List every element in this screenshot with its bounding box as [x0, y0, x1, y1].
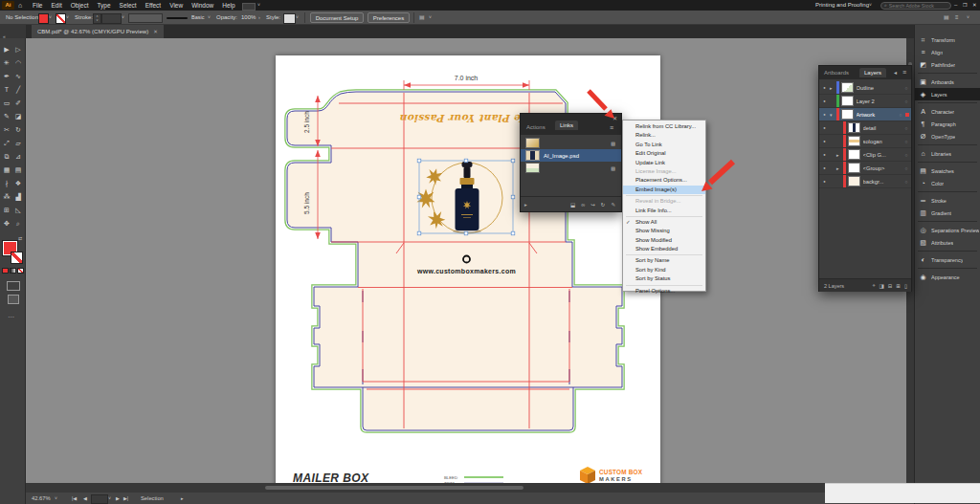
rotate-tool[interactable]: ↻ — [12, 123, 24, 137]
restore-button[interactable]: ❐ — [963, 0, 967, 11]
chevron-down-icon[interactable]: ˅ — [429, 11, 432, 25]
stepper-up-icon[interactable]: ˄ — [96, 14, 98, 18]
mesh-tool[interactable]: ▦ — [1, 164, 12, 177]
menu-item-panel-options[interactable]: Panel Options... — [623, 287, 705, 296]
menu-item-sort-by-kind[interactable]: Sort by Kind — [623, 266, 705, 274]
close-tab-icon[interactable]: ✕ — [153, 29, 158, 34]
menu-edit[interactable]: Edit — [51, 0, 61, 11]
layer-row-clip-group[interactable]: ● ▸ <Clip G... ○ — [819, 148, 911, 162]
first-artboard-icon[interactable]: |◀ — [72, 493, 77, 504]
tab-artboards[interactable]: Artboards — [824, 70, 849, 76]
target-circle-icon[interactable]: ○ — [902, 152, 911, 158]
curvature-tool[interactable]: ∿ — [12, 70, 24, 83]
expand-caret-icon[interactable]: ▸ — [830, 85, 836, 91]
menu-item-edit-original[interactable]: Edit Original — [623, 149, 705, 158]
swap-fill-stroke-icon[interactable]: ⇄ — [18, 235, 22, 241]
more-options-icon[interactable]: ≡ — [955, 11, 959, 25]
dock-item-paragraph[interactable]: ¶Paragraph — [915, 118, 980, 130]
chevron-down-icon[interactable]: ˅ — [66, 11, 69, 25]
menu-select[interactable]: Select — [120, 0, 137, 11]
chevron-down-icon[interactable]: ˅ — [296, 11, 299, 25]
layer-row-layer2[interactable]: ● Layer 2 ○ — [819, 95, 911, 108]
status-menu-icon[interactable]: ▸ — [181, 493, 184, 504]
perspective-grid-tool[interactable]: ⊿ — [12, 150, 24, 164]
column-graph-tool[interactable]: ▟ — [12, 190, 24, 204]
close-button[interactable]: ✕ — [972, 0, 977, 11]
stroke-color-swatch[interactable] — [56, 13, 66, 24]
direct-selection-tool[interactable]: ▷ — [12, 43, 24, 56]
close-panel-icon[interactable]: ✕ — [612, 115, 617, 121]
eyedropper-tool[interactable]: ∤ — [1, 177, 12, 190]
panel-menu-icon[interactable]: ≡ — [610, 124, 613, 131]
type-tool[interactable]: T — [1, 83, 12, 97]
home-icon[interactable]: ⌂ — [18, 0, 22, 11]
dock-item-separations-preview[interactable]: ◎Separations Preview — [915, 224, 980, 236]
menu-item-relink[interactable]: Relink... — [623, 131, 705, 140]
pencil-tool[interactable]: ✎ — [1, 110, 12, 123]
pen-tool[interactable]: ✒ — [1, 70, 12, 83]
visibility-eye-icon[interactable]: ● — [819, 125, 830, 130]
gradient-mode-button[interactable] — [10, 268, 16, 274]
panel-arrange-icon[interactable]: ▤ — [944, 11, 949, 25]
stroke-swatch[interactable] — [11, 252, 23, 264]
style-swatch[interactable] — [283, 13, 296, 24]
free-transform-tool[interactable]: ▱ — [12, 137, 24, 150]
stroke-weight-value[interactable] — [101, 13, 122, 24]
gradient-tool[interactable]: ▤ — [12, 164, 24, 177]
chevron-down-icon[interactable]: ˅ — [49, 11, 52, 25]
dock-item-opentype[interactable]: ØOpenType — [915, 130, 980, 142]
delete-layer-icon[interactable]: ▯ — [904, 283, 907, 289]
dock-item-transform[interactable]: ⌗Transform — [915, 33, 980, 46]
chevron-down-icon[interactable]: ˅ — [108, 493, 111, 504]
menu-item-show-embedded[interactable]: Show Embedded — [623, 245, 705, 253]
stroke-weight-stepper[interactable]: ˄˅ — [93, 13, 101, 24]
dock-item-layers[interactable]: ◈Layers — [915, 88, 980, 100]
scale-tool[interactable]: ⤢ — [1, 137, 12, 150]
new-layer-icon[interactable]: ⊞ — [896, 283, 901, 289]
visibility-eye-icon[interactable]: ● — [819, 85, 830, 90]
scissors-tool[interactable]: ✂ — [1, 123, 12, 137]
paintbrush-tool[interactable]: ✐ — [12, 97, 24, 110]
width-profile-dropdown[interactable] — [128, 13, 163, 23]
shape-builder-tool[interactable]: ⧉ — [1, 150, 12, 164]
menu-item-show-all[interactable]: ✓Show All — [623, 218, 705, 227]
zoom-level[interactable]: 42.67% — [32, 493, 51, 504]
target-circle-icon[interactable]: ○ — [902, 85, 911, 91]
menu-file[interactable]: File — [33, 0, 42, 11]
expand-caret-icon[interactable]: ▸ — [836, 165, 843, 171]
document-tab[interactable]: CBM.pdf* @ 42.67% (CMYK/GPU Preview) ✕ — [32, 25, 164, 38]
chevron-down-icon[interactable]: ˅ — [122, 11, 124, 25]
menu-item-show-modified[interactable]: Show Modified — [623, 236, 705, 245]
visibility-eye-icon[interactable]: ● — [819, 112, 830, 117]
zoom-tool[interactable]: ⌕ — [12, 217, 24, 230]
locate-object-icon[interactable]: ⌖ — [872, 282, 875, 289]
target-circle-icon[interactable]: ○ — [902, 125, 911, 131]
dock-item-libraries[interactable]: ⌂Libraries — [915, 147, 980, 160]
dock-item-color[interactable]: ◔Color — [915, 177, 980, 189]
visibility-eye-icon[interactable]: ● — [819, 179, 830, 184]
menu-item-relink-from-cc-library[interactable]: Relink from CC Library... — [623, 122, 705, 131]
menu-item-show-missing[interactable]: Show Missing — [623, 227, 705, 235]
drawing-mode-button[interactable] — [7, 281, 20, 291]
visibility-eye-icon[interactable]: ● — [819, 139, 830, 143]
relink-cc-libraries-icon[interactable]: ⬓ — [570, 202, 575, 208]
target-circle-icon[interactable]: ○ — [902, 179, 911, 185]
relink-icon[interactable]: ∞ — [581, 202, 585, 208]
dock-item-gradient[interactable]: ▥Gradient — [915, 207, 980, 219]
clipping-mask-icon[interactable]: ◨ — [880, 283, 884, 289]
menu-window[interactable]: Window — [191, 0, 213, 11]
collapse-caret-icon[interactable]: ▾ — [830, 112, 836, 118]
panel-menu-icon[interactable]: ≡ — [902, 69, 906, 76]
menu-item-update-link[interactable]: Update Link — [623, 159, 705, 167]
menu-item-go-to-link[interactable]: Go To Link — [623, 141, 705, 149]
panel-arrow-icon[interactable]: › — [258, 11, 260, 25]
artboard-tool[interactable]: ⊞ — [1, 204, 12, 217]
prev-artboard-icon[interactable]: ◀ — [83, 493, 87, 504]
eraser-tool[interactable]: ◪ — [12, 110, 24, 123]
menu-effect[interactable]: Effect — [145, 0, 162, 11]
edit-toolbar-icon[interactable]: ⋯ — [8, 314, 14, 321]
chevron-down-icon[interactable]: ˅ — [55, 493, 57, 504]
layer-row-sologan[interactable]: ● sologan ○ — [819, 135, 911, 148]
layer-row-background[interactable]: ● backgr... ○ — [819, 175, 911, 188]
horizontal-scrollbar-thumb[interactable] — [265, 486, 523, 490]
